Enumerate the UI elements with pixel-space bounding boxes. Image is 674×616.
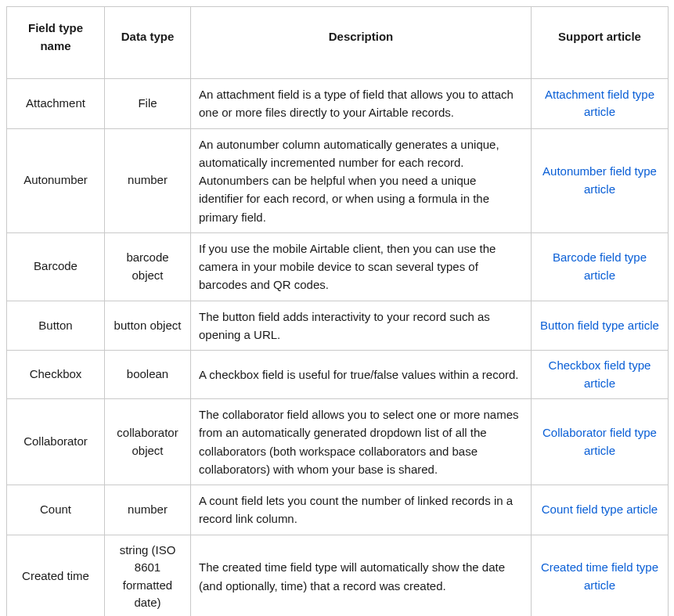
data-type-cell: number [105,128,191,232]
description-cell: The button field adds interactivity to y… [191,301,532,351]
table-row: AttachmentFileAn attachment field is a t… [7,79,669,129]
table-row: CheckboxbooleanA checkbox field is usefu… [7,351,669,399]
table-row: Buttonbutton objectThe button field adds… [7,301,669,351]
support-article-link[interactable]: Count field type article [542,503,658,516]
field-type-name-cell: Checkbox [7,351,105,399]
header-field-type-name: Field type name [7,7,105,79]
support-article-cell: Checkbox field type article [532,351,669,399]
support-article-cell: Attachment field type article [532,79,669,129]
data-type-cell: collaborator object [105,399,191,485]
table-header-row: Field type name Data type Description Su… [7,7,669,79]
description-cell: A count field lets you count the number … [191,485,532,535]
data-type-cell: number [105,485,191,535]
description-cell: If you use the mobile Airtable client, t… [191,232,532,301]
header-description: Description [191,7,532,79]
support-article-link[interactable]: Attachment field type article [545,88,654,119]
support-article-link[interactable]: Barcode field type article [553,250,647,282]
field-type-name-cell: Created time [7,535,105,616]
header-data-type: Data type [105,7,191,79]
description-cell: The created time field type will automat… [191,535,532,616]
table-row: Collaboratorcollaborator objectThe colla… [7,399,669,485]
data-type-cell: File [105,79,191,129]
description-cell: A checkbox field is useful for true/fals… [191,351,532,399]
description-cell: The collaborator field allows you to sel… [191,399,532,485]
data-type-cell: boolean [105,351,191,399]
data-type-cell: string (ISO 8601 formatted date) [105,535,191,616]
table-row: CountnumberA count field lets you count … [7,485,669,535]
support-article-link[interactable]: Autonumber field type article [542,164,657,196]
description-cell: An autonumber column automatically gener… [191,128,532,232]
support-article-cell: Created time field type article [532,535,669,616]
field-type-name-cell: Button [7,301,105,351]
support-article-cell: Autonumber field type article [532,128,669,232]
support-article-link[interactable]: Button field type article [540,319,659,332]
field-type-name-cell: Collaborator [7,399,105,485]
field-type-name-cell: Count [7,485,105,535]
support-article-cell: Collaborator field type article [532,399,669,485]
table-row: Created timestring (ISO 8601 formatted d… [7,535,669,616]
field-types-table: Field type name Data type Description Su… [6,6,669,616]
support-article-link[interactable]: Collaborator field type article [542,426,657,457]
support-article-cell: Barcode field type article [532,232,669,301]
support-article-cell: Count field type article [532,485,669,535]
field-type-name-cell: Barcode [7,232,105,301]
data-type-cell: button object [105,301,191,351]
table-row: AutonumbernumberAn autonumber column aut… [7,128,669,232]
support-article-cell: Button field type article [532,301,669,351]
table-row: Barcodebarcode objectIf you use the mobi… [7,232,669,301]
field-type-name-cell: Autonumber [7,128,105,232]
header-support-article: Support article [532,7,669,79]
description-cell: An attachment field is a type of field t… [191,79,532,129]
support-article-link[interactable]: Checkbox field type article [549,358,651,390]
field-type-name-cell: Attachment [7,79,105,129]
support-article-link[interactable]: Created time field type article [541,560,658,592]
data-type-cell: barcode object [105,232,191,301]
